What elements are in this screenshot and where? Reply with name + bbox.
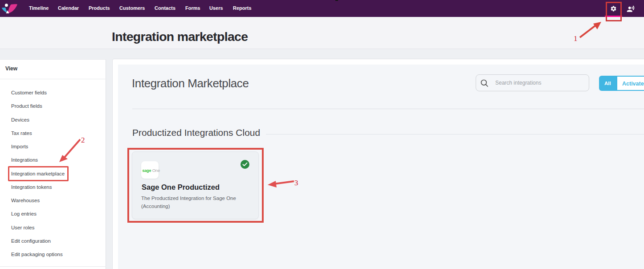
svg-text:3: 3 (294, 179, 298, 187)
svg-text:2: 2 (81, 136, 85, 144)
svg-text:1: 1 (574, 34, 578, 43)
